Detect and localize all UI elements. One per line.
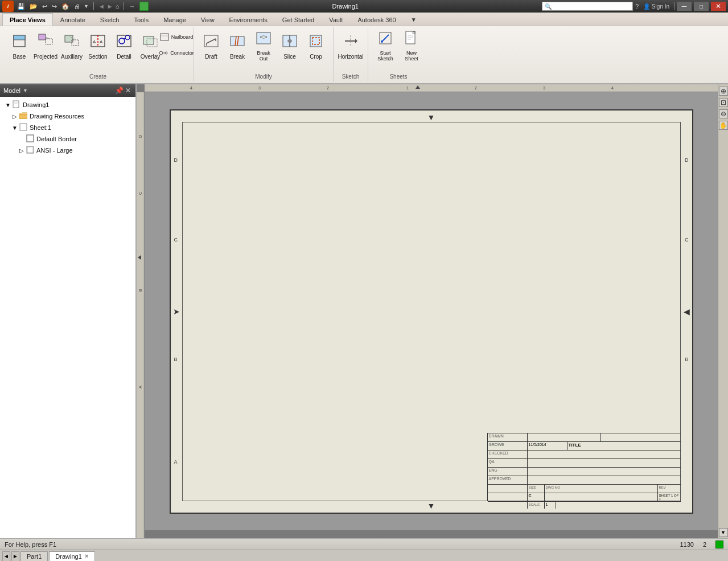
tab-scroll-right[interactable]: ► [11,551,19,562]
tree-expand-sheet1[interactable]: ▼ [11,125,18,131]
arrow-bottom: ▼ [427,501,435,510]
tb-growe-label: GROWE [488,442,528,450]
btn-break-out[interactable]: Break Out [251,30,276,63]
overlay-icon [142,33,158,52]
tree-item-drawing-resources[interactable]: ▷ Drawing Resources [0,110,135,122]
btn-break[interactable]: Break [225,30,250,63]
tree-item-default-border[interactable]: Default Border [0,133,135,145]
quick-save[interactable]: 💾 [16,3,26,10]
scroll-down-btn[interactable]: ▼ [719,528,728,537]
group-create-label: Create [89,72,106,80]
canvas-area[interactable]: 4 3 2 1 2 3 4 D C B A [137,84,728,538]
quick-print[interactable]: 🖨 [73,3,81,10]
border-label-b-left: B [174,357,178,362]
tab-annotate[interactable]: Annotate [53,13,93,26]
btn-section[interactable]: AA Section [85,30,110,63]
btn-slice[interactable]: Slice [277,30,302,63]
quick-dropdown[interactable]: ▼ [84,3,89,9]
zoom-in-btn[interactable]: ⊕ [719,87,728,96]
tab-tools[interactable]: Tools [126,13,156,26]
tree-label-ansi-large: ANSI - Large [36,147,73,154]
quick-open[interactable]: 📂 [28,3,39,10]
tab-place-views[interactable]: Place Views [2,13,53,26]
tree-item-ansi-large[interactable]: ▷ ANSI - Large [0,145,135,156]
panel-pin-btn[interactable]: 📌 [115,87,123,95]
arrow-top: ▼ [427,113,435,122]
svg-line-24 [207,39,216,43]
tab-drawing1-close[interactable]: ✕ [84,553,89,559]
border-label-b-right: B [685,357,688,362]
tb-checked-label: CHECKED [488,451,528,458]
svg-text:C: C [138,192,142,195]
btn-auxiliary[interactable]: Auxiliary [59,30,84,63]
break-label: Break [230,54,245,60]
tb-scale-extra [556,502,681,509]
quick-undo[interactable]: ↩ [41,3,48,10]
quick-home[interactable]: 🏠 [60,3,71,10]
bottom-tab-drawing1[interactable]: Drawing1 ✕ [49,551,94,562]
quick-redo[interactable]: ↪ [51,3,58,10]
zoom-fit-btn[interactable]: ⊡ [719,98,728,107]
btn-detail[interactable]: Detail [112,30,137,63]
sign-in-btn[interactable]: 👤 Sign In [641,3,672,10]
btn-nailboard[interactable]: Nailboard [164,30,189,44]
ribbon-sketch-buttons: Horizontal [338,30,363,72]
tab-sketch[interactable]: Sketch [93,13,127,26]
btn-horizontal[interactable]: Horizontal [338,30,363,63]
svg-rect-18 [161,34,168,40]
btn-connector[interactable]: Connector [164,46,189,60]
tb-qa-label: QA [488,459,528,467]
zoom-out-btn[interactable]: ⊖ [719,109,728,118]
tree-expand-drawing-resources[interactable]: ▷ [11,113,18,120]
svg-text:A: A [100,39,103,44]
bottom-tab-part1[interactable]: Part1 [20,551,48,562]
tree-item-sheet1[interactable]: ▼ Sheet:1 [0,122,135,133]
tree-expand-drawing1[interactable]: ▼ [5,102,11,108]
btn-projected[interactable]: Projected [33,30,58,63]
panel-dropdown-icon[interactable]: ▼ [23,88,28,93]
status-right: 1130 2 [680,540,723,548]
tab-autodesk360[interactable]: Autodesk 360 [350,13,403,26]
nav-back[interactable]: ◄ [98,3,105,10]
btn-overlay[interactable]: Overlay [138,30,163,63]
tab-manage[interactable]: Manage [156,13,194,26]
ribbon-group-create: Base Projected Auxiliary AA Section [2,27,194,82]
tab-vault[interactable]: Vault [322,13,350,26]
panel-close-btn[interactable]: ✕ [124,87,132,95]
tb-title-value: TITLE [567,442,681,450]
help-btn[interactable]: ? [635,3,639,10]
win-maximize[interactable]: □ [694,2,709,11]
app-icon: I [2,1,14,12]
tree-expand-ansi[interactable]: ▷ [18,148,25,154]
tree-item-drawing1[interactable]: ▼ Drawing1 [0,99,135,110]
main-area: Model ▼ 📌 ✕ ▼ Drawing1 ▷ [0,84,728,538]
slice-icon [282,33,298,52]
win-minimize[interactable]: ─ [677,2,692,11]
win-close[interactable]: ✕ [711,2,726,11]
tab-environments[interactable]: Environments [222,13,275,26]
search-input[interactable]: 🔍 [542,2,633,11]
svg-rect-49 [19,114,27,119]
nav-fwd[interactable]: ► [107,3,113,10]
auxiliary-icon [64,33,80,52]
nav-home2[interactable]: ⌂ [116,3,120,10]
tb-drawn-label: DRAWN [488,433,528,441]
title-block: DRAWN GROWE 11/5/2014 TITLE CHECKED [487,433,681,501]
svg-line-40 [382,35,389,42]
nav-extra[interactable]: → [129,3,135,10]
status-green-indicator [715,540,723,548]
btn-draft[interactable]: Draft [199,30,224,63]
btn-start-sketch[interactable]: StartSketch [373,30,398,63]
tab-get-started[interactable]: Get Started [275,13,322,26]
btn-crop[interactable]: Crop [303,30,328,63]
pan-btn[interactable]: ✋ [719,121,728,130]
drawing-canvas[interactable]: D C B A D C B ➤ ◀ ▼ ▼ DRAWN [145,92,718,530]
ribbon-tabs: Place Views Annotate Sketch Tools Manage… [0,13,728,26]
tb-eng-label: ENG [488,468,528,476]
tab-more[interactable]: ▼ [404,13,424,26]
tab-scroll-left[interactable]: ◄ [2,551,10,562]
svg-rect-46 [13,101,19,108]
btn-base[interactable]: Base [7,30,32,63]
btn-new-sheet[interactable]: New Sheet [399,30,424,63]
tab-view[interactable]: View [194,13,222,26]
